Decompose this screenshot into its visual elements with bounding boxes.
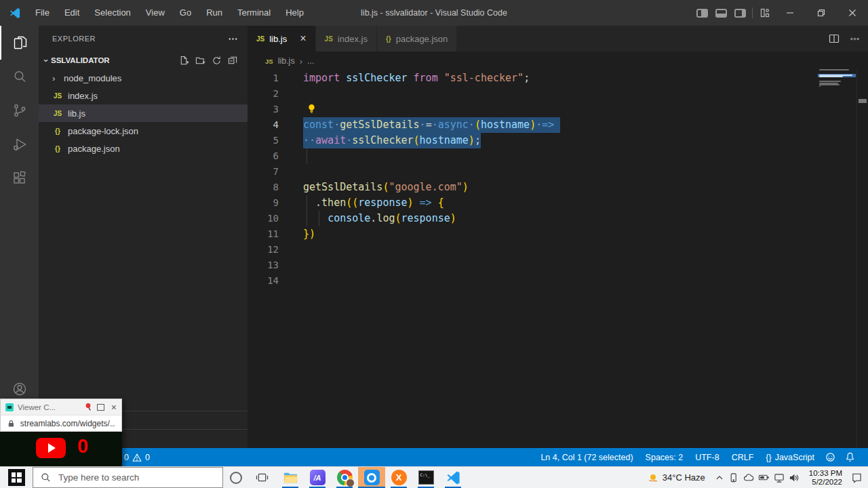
command-prompt-icon[interactable]: C:\_ — [412, 467, 439, 488]
search-input[interactable] — [57, 472, 209, 483]
refresh-icon[interactable] — [212, 56, 222, 66]
menu-terminal[interactable]: Terminal — [230, 0, 278, 26]
search-icon[interactable] — [0, 60, 39, 94]
overlay-url[interactable]: streamlabs.com/widgets/... — [20, 419, 115, 428]
code-line-6[interactable]: 6 — [248, 148, 818, 164]
new-file-icon[interactable] — [179, 56, 189, 66]
code-line-3[interactable]: 3 — [248, 102, 818, 117]
cortana-button[interactable] — [223, 467, 249, 488]
js-file-icon: JS — [52, 92, 63, 100]
tab-package.json[interactable]: {}package.json — [377, 26, 457, 52]
code-line-13[interactable]: 13 — [248, 258, 818, 273]
your-phone-icon[interactable] — [728, 472, 738, 483]
code-line-4[interactable]: 4const·getSslDetails·=·async·(hostname)·… — [248, 117, 818, 133]
status-bar: 0 0 Ln 4, Col 1 (72 selected)Spaces: 2UT… — [0, 448, 868, 466]
menu-edit[interactable]: Edit — [57, 0, 87, 26]
hidden-icons-chevron[interactable] — [715, 473, 724, 483]
lightbulb-icon[interactable] — [307, 104, 317, 114]
close-icon[interactable]: × — [111, 403, 117, 412]
battery-icon[interactable] — [758, 472, 770, 483]
toggle-sidebar-icon[interactable] — [692, 0, 711, 26]
start-button[interactable] — [0, 467, 33, 488]
chrome-icon[interactable] — [331, 467, 358, 488]
tab-index.js[interactable]: JSindex.js — [316, 26, 377, 52]
code-line-14[interactable]: 14 — [248, 273, 818, 289]
code-line-10[interactable]: 10 console.log(response) — [248, 211, 818, 226]
lock-icon — [7, 419, 16, 428]
volume-icon[interactable] — [789, 472, 800, 483]
menu-file[interactable]: File — [28, 0, 57, 26]
task-view-button[interactable] — [249, 467, 275, 488]
maximize-icon[interactable] — [97, 404, 104, 411]
code-line-5[interactable]: 5··await·sslChecker(hostname); — [248, 133, 818, 148]
feedback-icon[interactable] — [821, 452, 840, 462]
run-and-debug-icon[interactable] — [0, 127, 39, 161]
more-actions-icon[interactable] — [228, 34, 238, 44]
split-editor-icon[interactable] — [829, 33, 840, 44]
close-button[interactable] — [837, 0, 868, 26]
overlay-address-bar[interactable]: streamlabs.com/widgets/... — [0, 415, 122, 432]
code-line-8[interactable]: 8getSslDetails("google.com") — [248, 180, 818, 195]
minimap[interactable] — [818, 69, 856, 123]
overlay-title-bar[interactable]: Viewer C... × — [0, 399, 122, 415]
more-actions-icon[interactable] — [850, 34, 860, 44]
streamlabs-icon[interactable] — [358, 467, 385, 488]
customize-layout-icon[interactable] — [755, 0, 774, 26]
breadcrumb-symbol[interactable]: ... — [307, 56, 314, 66]
menu-view[interactable]: View — [138, 0, 172, 26]
file-item-lib.js[interactable]: JSlib.js — [39, 104, 248, 122]
toggle-panel-icon[interactable] — [711, 0, 730, 26]
file-item-node_modules[interactable]: ›node_modules — [39, 69, 248, 87]
code-line-9[interactable]: 9 .then((response) => { — [248, 195, 818, 211]
status-cursor-position[interactable]: Ln 4, Col 1 (72 selected) — [534, 453, 639, 462]
code-line-12[interactable]: 12 — [248, 242, 818, 258]
file-explorer-icon[interactable] — [277, 467, 304, 488]
minimap-line — [819, 85, 821, 87]
status-encoding[interactable]: UTF-8 — [689, 453, 725, 462]
onedrive-cloud-icon[interactable] — [743, 472, 754, 483]
menu-selection[interactable]: Selection — [87, 0, 138, 26]
action-center-icon[interactable] — [851, 472, 863, 483]
status-indentation[interactable]: Spaces: 2 — [639, 453, 690, 462]
title-bar: FileEditSelectionViewGoRunTerminalHelp l… — [0, 0, 868, 26]
pin-icon[interactable] — [84, 403, 93, 411]
app-ia-icon[interactable]: /A — [304, 467, 331, 488]
file-item-package-lock.json[interactable]: {}package-lock.json — [39, 122, 248, 140]
status-eol[interactable]: CRLF — [726, 453, 760, 462]
notifications-bell-icon[interactable] — [840, 452, 860, 462]
collapse-folders-icon[interactable] — [228, 56, 238, 66]
menu-help[interactable]: Help — [278, 0, 311, 26]
xampp-icon[interactable]: X — [385, 467, 412, 488]
toggle-secondary-sidebar-icon[interactable] — [730, 0, 749, 26]
code-line-11[interactable]: 11}) — [248, 226, 818, 242]
network-icon[interactable] — [774, 472, 785, 483]
minimap-line — [819, 81, 841, 82]
code-line-1[interactable]: 1import sslChecker from "ssl-checker"; — [248, 70, 818, 86]
new-folder-icon[interactable] — [195, 56, 205, 66]
code-line-2[interactable]: 2 — [248, 86, 818, 102]
breadcrumb-file[interactable]: lib.js — [278, 56, 295, 66]
explorer-icon[interactable] — [0, 26, 39, 60]
source-control-icon[interactable] — [0, 94, 39, 127]
scrollbar[interactable] — [856, 69, 868, 448]
menu-go[interactable]: Go — [172, 0, 199, 26]
file-item-index.js[interactable]: JSindex.js — [39, 87, 248, 104]
menu-run[interactable]: Run — [199, 0, 230, 26]
error-count: 0 — [124, 453, 129, 462]
minimap-line — [819, 69, 849, 70]
taskbar-clock[interactable]: 10:33 PM 5/2/2022 — [809, 469, 842, 487]
minimize-button[interactable] — [774, 0, 806, 26]
breadcrumb[interactable]: JS lib.js › ... — [248, 52, 868, 70]
weather-widget[interactable]: 34°C Haze — [647, 472, 705, 484]
close-tab-icon[interactable]: × — [300, 33, 306, 44]
workspace-section-header[interactable]: › SSLVALIDATOR — [39, 52, 248, 69]
file-item-package.json[interactable]: {}package.json — [39, 140, 248, 157]
taskbar-search[interactable] — [33, 467, 223, 488]
code-editor[interactable]: 1import sslChecker from "ssl-checker";23… — [248, 70, 818, 448]
vscode-icon[interactable] — [439, 467, 467, 488]
restore-button[interactable] — [806, 0, 837, 26]
code-line-7[interactable]: 7 — [248, 164, 818, 180]
status-language-mode[interactable]: {}JavaScript — [760, 453, 821, 462]
tab-lib.js[interactable]: JSlib.js× — [248, 26, 316, 52]
extensions-icon[interactable] — [0, 161, 39, 195]
